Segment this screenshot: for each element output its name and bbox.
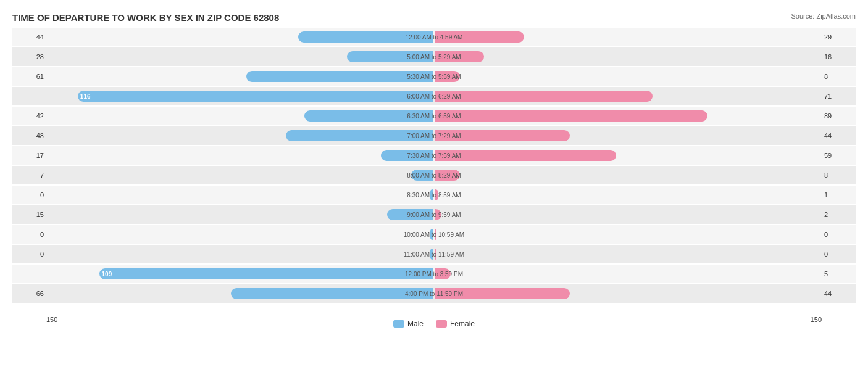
- male-bar-wrap: [46, 249, 434, 260]
- female-value: 59: [822, 152, 856, 159]
- male-value: 44: [12, 33, 46, 41]
- female-value: 44: [822, 290, 856, 297]
- source-text: Source: ZipAtlas.com: [791, 12, 856, 20]
- female-bar: [435, 170, 460, 181]
- chart-row: 4412:00 AM to 4:59 AM29: [12, 28, 856, 46]
- chart-row: 010:00 AM to 10:59 AM0: [12, 225, 856, 244]
- legend-female-label: Female: [450, 320, 475, 328]
- female-value: 5: [822, 270, 856, 278]
- female-bar: [435, 31, 524, 43]
- male-value: 61: [12, 73, 46, 80]
- female-bar: [435, 91, 653, 102]
- bars-center: 7:30 AM to 7:59 AM: [46, 146, 822, 165]
- bars-center: 8:00 AM to 8:29 AM: [46, 166, 822, 184]
- male-bar-wrap: [46, 229, 434, 240]
- female-bar-wrap: [434, 51, 822, 62]
- female-value: 2: [822, 211, 856, 218]
- male-value: 48: [12, 132, 46, 139]
- female-value: 16: [822, 53, 856, 60]
- legend-male-label: Male: [407, 320, 424, 328]
- male-value: 42: [12, 112, 46, 120]
- chart-row: 177:30 AM to 7:59 AM59: [12, 146, 856, 165]
- female-bar: [435, 268, 451, 279]
- male-bar-wrap: [46, 31, 434, 43]
- female-bar: [435, 130, 570, 141]
- male-value: 7: [12, 171, 46, 179]
- male-bar-wrap: [46, 288, 434, 299]
- female-bar: [435, 209, 441, 220]
- chart-row: 615:30 AM to 5:59 AM8: [12, 67, 856, 86]
- chart-area: 4412:00 AM to 4:59 AM29285:00 AM to 5:29…: [12, 28, 856, 315]
- male-bar: [430, 229, 433, 240]
- bars-center: 10:00 AM to 10:59 AM: [46, 225, 822, 244]
- female-value: 8: [822, 73, 856, 80]
- male-bar-wrap: [46, 189, 434, 200]
- male-bar-wrap: [46, 130, 434, 141]
- bars-center: 1166:00 AM to 6:29 AM: [46, 87, 822, 105]
- male-value: 66: [12, 290, 46, 297]
- male-value: 15: [12, 211, 46, 218]
- male-value: 0: [12, 231, 46, 238]
- female-bar: [435, 110, 707, 122]
- female-bar-wrap: [434, 91, 822, 102]
- female-bar: [435, 229, 436, 240]
- legend-male: Male: [393, 320, 424, 328]
- bars-center: 7:00 AM to 7:29 AM: [46, 126, 822, 145]
- male-bar: 116: [78, 91, 433, 102]
- axis-labels: 150 Male Female 150: [12, 316, 856, 328]
- female-bar-wrap: [434, 110, 822, 122]
- female-bar-wrap: [434, 71, 822, 82]
- bars-center: 4:00 PM to 11:59 PM: [46, 284, 822, 303]
- male-bar: [411, 170, 433, 181]
- female-bar-wrap: [434, 150, 822, 161]
- bars-center: 12:00 AM to 4:59 AM: [46, 28, 822, 46]
- axis-left: 150: [46, 316, 57, 328]
- male-bar-wrap: [46, 209, 434, 220]
- chart-row: 08:30 AM to 8:59 AM1: [12, 186, 856, 204]
- male-bar: [430, 189, 433, 200]
- female-bar-wrap: [434, 189, 822, 200]
- bars-center: 10912:00 PM to 3:59 PM: [46, 265, 822, 283]
- chart-container: TIME OF DEPARTURE TO WORK BY SEX IN ZIP …: [0, 0, 868, 367]
- bars-center: 5:00 AM to 5:29 AM: [46, 47, 822, 66]
- chart-row: 011:00 AM to 11:59 AM0: [12, 245, 856, 263]
- male-bar: 109: [99, 268, 433, 279]
- female-value: 0: [822, 250, 856, 258]
- female-bar-wrap: [434, 249, 822, 260]
- male-bar: [286, 130, 433, 141]
- female-bar-wrap: [434, 170, 822, 181]
- bars-center: 11:00 AM to 11:59 AM: [46, 245, 822, 263]
- female-bar: [435, 288, 570, 299]
- female-bar-wrap: [434, 288, 822, 299]
- female-value: 0: [822, 231, 856, 238]
- male-bar-wrap: 109: [46, 268, 434, 279]
- axis-right: 150: [811, 316, 822, 328]
- bars-center: 6:30 AM to 6:59 AM: [46, 107, 822, 125]
- chart-row: 426:30 AM to 6:59 AM89: [12, 107, 856, 125]
- male-bar: [298, 31, 433, 43]
- legend-male-box: [393, 320, 404, 328]
- male-bar: [387, 209, 433, 220]
- male-bar-wrap: [46, 71, 434, 82]
- female-bar-wrap: [434, 130, 822, 141]
- female-bar-wrap: [434, 31, 822, 43]
- female-value: 71: [822, 93, 856, 100]
- chart-row: 78:00 AM to 8:29 AM8: [12, 166, 856, 184]
- female-bar-wrap: [434, 209, 822, 220]
- male-bar-wrap: [46, 170, 434, 181]
- female-bar: [435, 249, 436, 260]
- female-value: 8: [822, 171, 856, 179]
- male-bar: [347, 51, 433, 62]
- female-value: 44: [822, 132, 856, 139]
- male-bar: [381, 150, 433, 161]
- female-bar: [435, 150, 616, 161]
- legend-female-box: [436, 320, 447, 328]
- female-bar: [435, 51, 484, 62]
- female-bar: [435, 71, 460, 82]
- male-bar: [246, 71, 433, 82]
- female-bar: [435, 189, 438, 200]
- male-bar-wrap: [46, 51, 434, 62]
- chart-row: 1166:00 AM to 6:29 AM71: [12, 87, 856, 105]
- male-bar: [430, 249, 433, 260]
- male-bar: [231, 288, 433, 299]
